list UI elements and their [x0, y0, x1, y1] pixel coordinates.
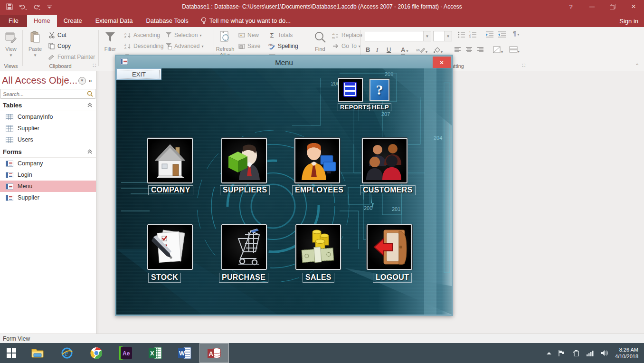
show-hidden-icons-button[interactable]: [546, 351, 552, 355]
menu-window-close-button[interactable]: ×: [433, 57, 451, 68]
help-button[interactable]: ?: [560, 0, 581, 13]
tab-file[interactable]: File: [0, 15, 27, 27]
chrome-taskbar-icon[interactable]: [82, 343, 111, 363]
search-icon[interactable]: [87, 91, 93, 97]
view-button[interactable]: View▼: [0, 29, 21, 58]
paragraph-direction-icon[interactable]: ¶ ▾: [513, 30, 519, 37]
advanced-button[interactable]: Advanced▾: [164, 41, 203, 51]
start-button[interactable]: [0, 343, 23, 363]
new-record-button[interactable]: New: [237, 30, 259, 40]
format-painter-button[interactable]: Format Painter: [47, 52, 95, 62]
suppliers-button[interactable]: [221, 138, 267, 183]
text-formatting-dialog-launcher-icon[interactable]: ⛶: [522, 63, 525, 68]
file-explorer-taskbar-icon[interactable]: [23, 343, 52, 363]
save-record-button[interactable]: Save: [237, 41, 260, 51]
paste-button[interactable]: Paste▼: [25, 29, 46, 58]
clipboard-dialog-launcher-icon[interactable]: ⛶: [93, 63, 96, 68]
stock-button[interactable]: [147, 224, 193, 270]
purchase-button[interactable]: [221, 224, 267, 270]
redo-icon[interactable]: [30, 2, 42, 11]
increase-indent-icon[interactable]: [485, 31, 494, 39]
tell-me-box[interactable]: Tell me what you want to do...: [195, 15, 296, 27]
svg-text:A: A: [124, 32, 126, 35]
tab-create[interactable]: Create: [57, 15, 89, 27]
search-input[interactable]: [3, 91, 87, 97]
italic-button[interactable]: I: [376, 46, 378, 54]
decrease-indent-icon[interactable]: [498, 31, 506, 39]
go-to-button[interactable]: Go To▾: [331, 41, 360, 51]
ascending-button[interactable]: AZ Ascending: [123, 30, 160, 40]
nav-search-box[interactable]: [0, 89, 95, 99]
nav-group-forms[interactable]: Forms: [0, 145, 96, 158]
tab-database-tools[interactable]: Database Tools: [139, 15, 195, 27]
totals-button[interactable]: Σ Totals: [268, 30, 293, 40]
customers-button[interactable]: [362, 138, 407, 183]
help-button-menu[interactable]: ?: [369, 79, 389, 101]
align-center-icon[interactable]: [465, 47, 473, 54]
excel-taskbar-icon[interactable]: X: [141, 343, 170, 363]
network-signal-icon[interactable]: [587, 350, 594, 356]
sales-button[interactable]: [295, 224, 341, 270]
nav-item-company-form[interactable]: Company: [0, 158, 96, 169]
alternate-row-color-icon[interactable]: ▾: [509, 46, 520, 54]
nav-item-users-table[interactable]: Users: [0, 134, 96, 145]
font-name-combo[interactable]: ▼: [365, 31, 431, 41]
close-button[interactable]: ×: [623, 0, 644, 13]
nav-item-login-form[interactable]: Login: [0, 169, 96, 181]
save-icon[interactable]: [4, 2, 15, 11]
bullets-icon[interactable]: [458, 31, 465, 39]
tab-home[interactable]: Home: [27, 15, 57, 27]
numbering-icon[interactable]: 123: [469, 31, 477, 39]
nav-pane-collapse-icon[interactable]: «: [89, 77, 93, 84]
background-fill-icon[interactable]: ▾: [433, 47, 443, 55]
suppliers-label: SUPPLIERS: [220, 185, 270, 195]
customize-quick-access-icon[interactable]: [44, 2, 55, 11]
minimize-button[interactable]: [581, 0, 602, 13]
undo-icon[interactable]: [17, 2, 28, 11]
nav-item-menu-form[interactable]: Menu: [0, 181, 96, 192]
collapse-ribbon-icon[interactable]: ⌃: [635, 63, 639, 68]
exit-button[interactable]: EXIT: [116, 68, 161, 80]
spelling-button[interactable]: ABC Spelling: [268, 41, 298, 51]
underline-button[interactable]: U: [387, 46, 391, 53]
after-effects-taskbar-icon[interactable]: Ae: [111, 343, 141, 363]
cut-button[interactable]: Cut: [47, 30, 66, 40]
bold-button[interactable]: B: [366, 46, 370, 53]
internet-explorer-taskbar-icon[interactable]: e: [52, 343, 82, 363]
align-right-icon[interactable]: [477, 47, 484, 54]
copy-button[interactable]: Copy: [47, 41, 71, 51]
find-button[interactable]: Find: [310, 29, 331, 52]
descending-button[interactable]: ZA Descending: [123, 41, 163, 51]
sign-in-link[interactable]: Sign in: [619, 18, 638, 25]
font-color-button[interactable]: A ▾: [401, 46, 408, 54]
collapse-group-icon[interactable]: [87, 148, 92, 155]
taskbar-clock[interactable]: 8:26 AM 4/10/2018: [615, 346, 638, 360]
tab-external-data[interactable]: External Data: [89, 15, 140, 27]
action-center-flag-icon[interactable]: [559, 350, 566, 356]
nav-item-companyinfo[interactable]: CompanyInfo: [0, 111, 96, 123]
access-taskbar-icon[interactable]: A: [199, 343, 229, 363]
gridlines-icon[interactable]: ▾: [493, 46, 503, 55]
restore-icon[interactable]: [602, 0, 623, 13]
nav-item-supplier-form[interactable]: Supplier: [0, 192, 96, 203]
highlight-color-icon[interactable]: ab▾: [416, 47, 427, 55]
employees-button[interactable]: [294, 138, 340, 183]
menu-window-titlebar[interactable]: Menu ×: [116, 56, 452, 68]
logout-button[interactable]: [367, 224, 412, 270]
refresh-all-button[interactable]: RefreshAll ▼: [215, 29, 236, 58]
font-size-combo[interactable]: ▼: [433, 31, 452, 41]
selection-icon: [164, 32, 172, 38]
collapse-group-icon[interactable]: [87, 102, 92, 109]
word-taskbar-icon[interactable]: W: [170, 343, 199, 363]
battery-icon[interactable]: [572, 350, 580, 356]
nav-pane-menu-icon[interactable]: ▼: [78, 77, 86, 85]
nav-group-tables[interactable]: Tables: [0, 99, 96, 111]
nav-item-supplier-table[interactable]: Supplier: [0, 123, 96, 134]
replace-button[interactable]: abac Replace: [331, 30, 362, 40]
volume-icon[interactable]: [601, 350, 608, 356]
company-button[interactable]: [147, 138, 193, 183]
selection-button[interactable]: Selection▾: [164, 30, 201, 40]
align-left-icon[interactable]: [454, 47, 461, 54]
reports-button[interactable]: [338, 78, 363, 102]
filter-button[interactable]: Filter: [100, 29, 121, 52]
